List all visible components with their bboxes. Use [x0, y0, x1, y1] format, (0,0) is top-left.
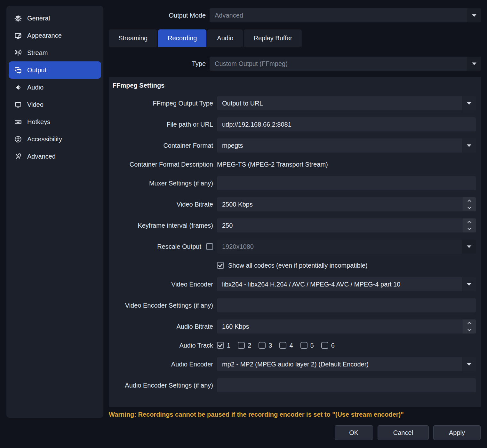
- audio-track-2-checkbox[interactable]: [238, 342, 245, 349]
- cancel-button[interactable]: Cancel: [378, 425, 429, 440]
- show-all-codecs-label: Show all codecs (even if potentially inc…: [228, 262, 368, 269]
- muxer-settings-row: Muxer Settings (if any): [109, 176, 476, 190]
- video-encoder-settings-input[interactable]: [217, 298, 476, 312]
- sidebar-item-label: Stream: [27, 49, 48, 57]
- sidebar-item-label: Video: [27, 101, 44, 108]
- keyframe-interval-input[interactable]: [217, 218, 476, 232]
- field-label: Audio Track: [109, 342, 213, 349]
- output-tabs: Streaming Recording Audio Replay Buffer: [109, 29, 481, 47]
- sidebar-item-accessibility[interactable]: Accessibility: [9, 130, 101, 148]
- recording-type-value: Custom Output (FFmpeg): [210, 60, 293, 67]
- rescale-output-row: Rescale Output 1920x1080: [109, 240, 476, 254]
- field-label: Keyframe interval (frames): [109, 222, 213, 229]
- spin-down-button[interactable]: [463, 204, 476, 211]
- tab-label: Recording: [168, 35, 197, 42]
- muxer-settings-input[interactable]: [217, 176, 476, 190]
- video-bitrate-input[interactable]: [217, 197, 476, 211]
- field-label: Rescale Output: [157, 243, 201, 250]
- sidebar-item-label: Audio: [27, 84, 44, 91]
- field-label: Container Format: [109, 142, 213, 149]
- field-label: Muxer Settings (if any): [109, 180, 213, 187]
- field-label: Video Bitrate: [109, 201, 213, 208]
- audio-track-4: 4: [279, 342, 293, 349]
- tab-label: Audio: [217, 35, 233, 42]
- video-bitrate-row: Video Bitrate: [109, 197, 476, 211]
- settings-sidebar: General Appearance Stream: [6, 6, 103, 418]
- show-all-codecs-checkbox[interactable]: [217, 262, 224, 269]
- audio-encoder-row: Audio Encoder mp2 - MP2 (MPEG audio laye…: [109, 357, 476, 371]
- spin-up-button[interactable]: [463, 197, 476, 204]
- sidebar-item-audio[interactable]: Audio: [9, 79, 101, 96]
- ffmpeg-settings-panel: FFmpeg Settings FFmpeg Output Type Outpu…: [109, 77, 481, 407]
- ffmpeg-output-type-select[interactable]: Output to URL: [217, 96, 476, 110]
- sidebar-item-general[interactable]: General: [9, 10, 101, 27]
- tab-replay-buffer[interactable]: Replay Buffer: [244, 29, 302, 47]
- recording-type-row: Type Custom Output (FFmpeg): [109, 57, 481, 71]
- audio-track-3: 3: [259, 342, 272, 349]
- spin-up-button[interactable]: [463, 319, 476, 326]
- container-format-description: MPEG-TS (MPEG-2 Transport Stream): [217, 161, 328, 168]
- audio-track-row: Audio Track 1 2 3: [109, 341, 476, 350]
- field-label: Audio Encoder Settings (if any): [109, 382, 213, 389]
- panel-title: FFmpeg Settings: [109, 82, 476, 89]
- field-label: Container Format Description: [109, 161, 213, 168]
- video-encoder-select[interactable]: libx264 - libx264 H.264 / AVC / MPEG-4 A…: [217, 277, 476, 291]
- audio-track-label: 5: [310, 342, 314, 349]
- sidebar-item-label: Output: [27, 67, 46, 74]
- spin-down-button[interactable]: [463, 225, 476, 232]
- rescale-output-checkbox[interactable]: [206, 243, 213, 250]
- audio-track-1: 1: [217, 342, 230, 349]
- file-path-input[interactable]: [217, 117, 476, 131]
- audio-bitrate-input[interactable]: [217, 319, 476, 334]
- audio-track-label: 6: [331, 342, 335, 349]
- keyframe-interval-row: Keyframe interval (frames): [109, 218, 476, 232]
- recording-type-select[interactable]: Custom Output (FFmpeg): [210, 57, 481, 71]
- container-format-description-row: Container Format Description MPEG-TS (MP…: [109, 160, 476, 169]
- audio-encoder-select[interactable]: mp2 - MP2 (MPEG audio layer 2) (Default …: [217, 357, 476, 371]
- tab-audio[interactable]: Audio: [207, 29, 243, 47]
- container-format-select[interactable]: mpegts: [217, 138, 476, 153]
- container-format-row: Container Format mpegts: [109, 138, 476, 153]
- show-all-codecs-row: Show all codecs (even if potentially inc…: [109, 261, 476, 270]
- tools-icon: [14, 153, 22, 160]
- audio-track-2: 2: [238, 342, 251, 349]
- sidebar-item-stream[interactable]: Stream: [9, 44, 101, 61]
- dialog-footer: OK Cancel Apply: [335, 425, 481, 440]
- sidebar-item-label: Accessibility: [27, 136, 62, 143]
- audio-track-1-checkbox[interactable]: [217, 342, 224, 349]
- spin-up-button[interactable]: [463, 218, 476, 225]
- tab-recording[interactable]: Recording: [158, 29, 206, 47]
- audio-track-4-checkbox[interactable]: [279, 342, 286, 349]
- audio-track-6-checkbox[interactable]: [321, 342, 328, 349]
- tab-streaming[interactable]: Streaming: [109, 29, 157, 47]
- chevron-down-icon: [467, 57, 481, 71]
- field-label: Audio Encoder: [109, 361, 213, 368]
- sidebar-item-video[interactable]: Video: [9, 96, 101, 113]
- apply-button[interactable]: Apply: [433, 425, 481, 440]
- select-value: libx264 - libx264 H.264 / AVC / MPEG-4 A…: [217, 281, 405, 288]
- sidebar-item-appearance[interactable]: Appearance: [9, 27, 101, 44]
- output-mode-select[interactable]: Advanced: [210, 8, 481, 22]
- audio-encoder-settings-input[interactable]: [217, 378, 476, 392]
- chevron-down-icon: [462, 357, 476, 371]
- field-label: Video Encoder Settings (if any): [109, 302, 213, 309]
- sidebar-item-advanced[interactable]: Advanced: [9, 148, 101, 165]
- video-encoder-settings-row: Video Encoder Settings (if any): [109, 298, 476, 312]
- rescale-resolution-select[interactable]: 1920x1080: [217, 240, 476, 254]
- ffmpeg-output-type-row: FFmpeg Output Type Output to URL: [109, 96, 476, 110]
- ok-button[interactable]: OK: [335, 425, 373, 440]
- appearance-icon: [14, 32, 22, 39]
- sidebar-item-label: Appearance: [27, 32, 62, 39]
- sidebar-item-hotkeys[interactable]: Hotkeys: [9, 113, 101, 130]
- audio-track-3-checkbox[interactable]: [259, 342, 266, 349]
- field-label: Audio Bitrate: [109, 323, 213, 330]
- audio-track-5-checkbox[interactable]: [300, 342, 307, 349]
- chevron-down-icon: [462, 138, 476, 153]
- select-value: mpegts: [217, 142, 248, 149]
- spin-down-button[interactable]: [463, 326, 476, 334]
- field-label: File path or URL: [109, 121, 213, 128]
- sidebar-item-output[interactable]: Output: [9, 61, 101, 79]
- spinner: [463, 218, 476, 232]
- select-value: mp2 - MP2 (MPEG audio layer 2) (Default …: [217, 361, 374, 368]
- audio-track-label: 1: [227, 342, 230, 349]
